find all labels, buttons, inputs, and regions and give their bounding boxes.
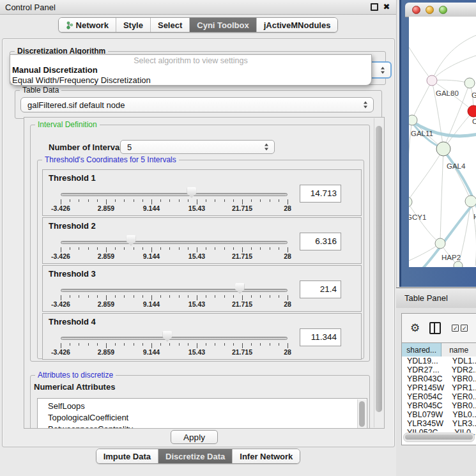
group-title: Interval Definition <box>35 120 100 129</box>
network-node[interactable] <box>436 142 450 156</box>
scrollbar-thumb[interactable] <box>405 434 473 440</box>
tick-label: 2.859 <box>98 252 114 260</box>
numerical-attributes-label: Numerical Attributes <box>34 382 115 392</box>
network-node[interactable] <box>465 196 476 207</box>
cell-name: YLR3... <box>450 419 476 428</box>
tab-label: jActiveMNodules <box>264 20 331 30</box>
network-node-label: GAL11 <box>411 130 433 137</box>
network-node[interactable] <box>409 197 412 207</box>
tab-jactivemnodules[interactable]: jActiveMNodules <box>256 18 338 32</box>
column-header-name[interactable]: name <box>441 343 476 357</box>
table-row[interactable]: YBL079W YBL0... <box>402 410 476 419</box>
tick-label: 15.43 <box>188 252 205 260</box>
tab-network[interactable]: Network <box>59 18 116 32</box>
threshold-value-field[interactable]: 21.4 <box>300 280 341 298</box>
tick-label: 21.715 <box>232 348 252 356</box>
tick-label: 15.43 <box>188 348 205 356</box>
slider-thumb[interactable] <box>187 187 196 198</box>
checkbox-icon[interactable]: ✓ <box>452 325 459 332</box>
tick-label: 28 <box>284 252 291 260</box>
table-row[interactable]: YDR27... YDR2... <box>402 365 476 374</box>
cell-name: YBR0... <box>450 401 476 410</box>
attributes-scrollbar[interactable] <box>357 399 366 429</box>
dropdown-option-equal-width[interactable]: Equal Width/Frequency Discretization <box>10 75 371 86</box>
table-horizontal-scrollbar[interactable] <box>403 433 475 442</box>
dropdown-option-manual[interactable]: Manual Discretization <box>10 65 371 75</box>
close-window-button[interactable]: ✖ <box>383 3 390 11</box>
column-header-shared-name[interactable]: shared... <box>402 343 441 357</box>
network-node[interactable] <box>468 105 476 117</box>
tick-label: 21.715 <box>232 204 252 212</box>
attribute-item[interactable]: SelfLoops <box>38 401 367 412</box>
group-title: Threshold's Coordinates for 5 Intervals <box>42 155 179 164</box>
tab-discretize-data[interactable]: Discretize Data <box>158 449 232 463</box>
attributes-group: Attributes to discretize Numerical Attri… <box>30 375 370 429</box>
network-node[interactable] <box>454 261 463 267</box>
scrollbar-thumb[interactable] <box>359 401 365 427</box>
network-node-label: H <box>473 213 476 220</box>
attribute-item[interactable]: BetweennessCentrality <box>38 424 367 429</box>
settings-vertical-scrollbar[interactable] <box>374 118 383 427</box>
tab-label: Cyni Toolbox <box>197 20 249 30</box>
network-node[interactable] <box>427 75 437 86</box>
minimize-traffic-light[interactable] <box>426 6 434 14</box>
settings-scrollpane: Interval Definition Number of Intervals … <box>24 117 385 429</box>
algorithm-dropdown-popup: Select algorithm to view settings Manual… <box>10 54 372 86</box>
table-row[interactable]: YLR345W YLR3... <box>402 419 476 428</box>
float-window-button[interactable] <box>371 3 378 11</box>
threshold-panel: Threshold 3 -3.4262.8599.14415.4321.7152… <box>42 265 362 312</box>
network-node[interactable] <box>409 115 417 125</box>
threshold-panel: Threshold 1 -3.4262.8599.14415.4321.7152… <box>42 169 362 216</box>
network-node[interactable] <box>435 238 445 249</box>
slider-thumb[interactable] <box>235 283 245 294</box>
gear-icon[interactable]: ⚙ <box>410 323 420 334</box>
table-row[interactable]: YPR145W YPR1... <box>402 383 476 392</box>
num-intervals-spinner[interactable]: 5 <box>120 140 275 154</box>
slider-thumb[interactable] <box>162 331 172 342</box>
tab-select[interactable]: Select <box>150 18 189 32</box>
apply-button[interactable]: Apply <box>171 430 218 444</box>
node-table: ⚙ ✓ ✓ shared... name YDL19... YDL1... YD… <box>401 313 476 445</box>
zoom-traffic-light[interactable] <box>439 6 447 14</box>
bottom-tab-bar: Impute Data Discretize Data Infer Networ… <box>0 449 396 464</box>
tick-label: 28 <box>284 204 291 212</box>
threshold-panel: Threshold 2 -3.4262.8599.14415.4321.7152… <box>42 217 362 264</box>
threshold-value-field[interactable]: 14.713 <box>300 185 341 203</box>
attribute-item[interactable]: TopologicalCoefficient <box>38 412 367 424</box>
table-header-row: shared... name <box>402 342 476 357</box>
columns-icon[interactable] <box>429 322 441 334</box>
table-body: YDL19... YDL1... YDR27... YDR2... YBR043… <box>402 357 476 445</box>
table-data-group: Table Data galFiltered.sif default node <box>15 90 382 119</box>
close-icon: ✖ <box>383 3 390 11</box>
network-node[interactable] <box>464 78 475 88</box>
network-node-label: C <box>472 118 476 125</box>
tick-label: -3.426 <box>51 300 70 308</box>
tab-infer-network[interactable]: Infer Network <box>232 449 300 463</box>
network-canvas[interactable]: GAL80GCGAL11GAL4GCY1HHAP2 <box>409 17 476 267</box>
threshold-list: Threshold 1 -3.4262.8599.14415.4321.7152… <box>38 169 364 361</box>
combo-arrows-icon <box>381 66 385 73</box>
network-view-window: GAL80GCGAL11GAL4GCY1HHAP2 <box>399 0 476 287</box>
table-row[interactable]: YER054C YER0... <box>402 392 476 401</box>
table-row[interactable]: YBR045C YBR0... <box>402 401 476 410</box>
threshold-value-field[interactable]: 6.316 <box>300 233 341 250</box>
checkbox-icon[interactable]: ✓ <box>461 325 468 332</box>
tick-label: 9.144 <box>143 348 160 356</box>
window-title: Control Panel <box>5 3 56 12</box>
table-row[interactable]: YBR043C YBR0... <box>402 374 476 383</box>
network-node-label: GCY1 <box>409 213 426 221</box>
tab-cyni-toolbox[interactable]: Cyni Toolbox <box>189 18 256 32</box>
table-data-combobox[interactable]: galFiltered.sif default node <box>20 97 374 112</box>
cyni-toolbox-panel: Discretization Algorithm Select algorith… <box>2 38 395 447</box>
tick-label: 2.859 <box>98 348 114 356</box>
slider-thumb[interactable] <box>127 235 136 246</box>
table-row[interactable]: YDL19... YDL1... <box>402 357 476 365</box>
numerical-attributes-list[interactable]: SelfLoopsTopologicalCoefficientBetweenne… <box>37 398 367 429</box>
close-traffic-light[interactable] <box>412 6 420 14</box>
threshold-value-field[interactable]: 11.344 <box>300 328 341 346</box>
tab-impute-data[interactable]: Impute Data <box>96 449 158 463</box>
tab-style[interactable]: Style <box>116 18 150 32</box>
network-window-titlebar[interactable] <box>405 3 476 17</box>
scrollbar-thumb[interactable] <box>376 126 382 412</box>
table-panel: ⚙ ✓ ✓ shared... name YDL19... YDL1... YD… <box>396 308 476 476</box>
